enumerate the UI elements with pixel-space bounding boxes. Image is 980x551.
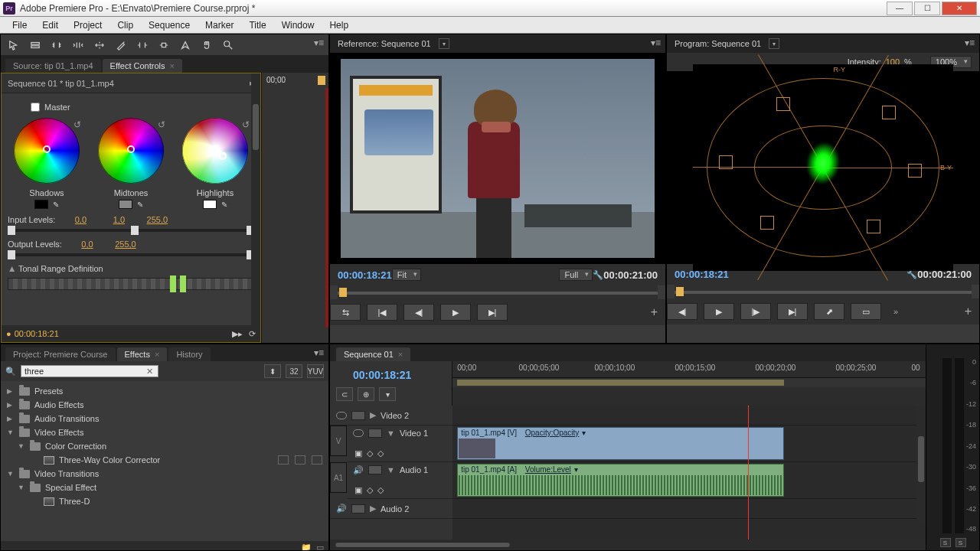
step-back-button[interactable]: ◀| [403, 304, 434, 321]
snap-button[interactable]: ⊂ [336, 387, 353, 401]
mute-icon[interactable]: 🔊 [353, 465, 364, 475]
shadows-eyedropper-icon[interactable]: ✎ [53, 201, 59, 209]
reference-dropdown-icon[interactable]: ▾ [439, 38, 449, 49]
master-checkbox[interactable] [31, 103, 40, 112]
work-area-bar[interactable] [452, 378, 926, 387]
zoom-tool-icon[interactable] [220, 37, 237, 54]
keyframe-nav-icon[interactable]: ◇ [377, 448, 384, 458]
toggle-track-output-icon[interactable] [353, 429, 364, 437]
input-level-white[interactable]: 255,0 [144, 215, 170, 224]
tree-video-transitions[interactable]: ▼Video Transitions [1, 467, 328, 481]
midtones-eyedropper-icon[interactable]: ✎ [137, 201, 143, 209]
menu-file[interactable]: File [5, 18, 34, 32]
highlights-reset-icon[interactable]: ↺ [242, 119, 250, 130]
tab-effects[interactable]: Effects× [117, 347, 168, 361]
menu-edit[interactable]: Edit [34, 18, 66, 32]
new-bin-icon[interactable]: 📁 [301, 543, 312, 551]
panel-menu-icon[interactable]: ▾≡ [314, 37, 324, 48]
reference-viewport[interactable] [330, 53, 665, 264]
input-level-black[interactable]: 0,0 [67, 215, 93, 224]
tab-sequence-01[interactable]: Sequence 01× [336, 347, 410, 361]
timeline-track-area[interactable]: tip 01_1.mp4 [V] Opacity:Opacity▾ tip 01… [452, 406, 926, 540]
tree-color-correction[interactable]: ▼Color Correction [1, 439, 328, 453]
highlights-wheel[interactable] [182, 118, 248, 184]
clear-search-icon[interactable]: ✕ [146, 367, 153, 377]
tab-close-icon[interactable]: × [398, 350, 403, 359]
go-to-in-button[interactable]: |◀ [367, 304, 397, 321]
shadows-wheel[interactable] [14, 118, 80, 184]
tab-close-icon[interactable]: × [170, 61, 175, 70]
shadows-swatch[interactable] [34, 200, 48, 209]
target-v[interactable]: V [330, 425, 347, 456]
32bit-button[interactable]: 32 [286, 364, 302, 378]
slide-tool-icon[interactable] [155, 37, 172, 54]
accelerated-fx-button[interactable]: ⬍ [264, 364, 281, 378]
clip-video1[interactable]: tip 01_1.mp4 [V] Opacity:Opacity▾ [457, 427, 783, 460]
midtones-swatch[interactable] [119, 200, 132, 209]
selection-tool-icon[interactable] [5, 37, 22, 54]
show-keyframes-icon[interactable]: ◇ [367, 485, 373, 495]
delete-icon[interactable]: ▭ [316, 543, 324, 551]
reference-timecode-left[interactable]: 00:00:18:21 [338, 269, 392, 281]
tree-video-effects[interactable]: ▼Video Effects [1, 425, 328, 439]
menu-title[interactable]: Title [241, 18, 273, 32]
tree-audio-effects[interactable]: ▶Audio Effects [1, 398, 328, 412]
clip-fx[interactable]: Opacity:Opacity [525, 429, 580, 437]
window-maximize-button[interactable]: ☐ [914, 2, 940, 15]
ec-play-icon[interactable]: ▶▸ [232, 329, 243, 339]
set-display-style-icon[interactable]: ▣ [354, 448, 362, 458]
highlights-swatch[interactable] [203, 200, 217, 209]
rolling-edit-tool-icon[interactable] [70, 37, 87, 54]
track-header-audio2[interactable]: 🔊 ▶ Audio 2 [330, 499, 452, 519]
clip-audio1[interactable]: tip 01_1.mp4 [A] Volume:Level▾ [457, 464, 783, 497]
play-button[interactable]: ▶ [440, 304, 471, 321]
tree-three-way-cc[interactable]: Three-Way Color Corrector [1, 453, 328, 467]
tab-close-icon[interactable]: × [155, 350, 159, 359]
toggle-sync-lock-icon[interactable] [351, 504, 365, 514]
tab-source[interactable]: Source: tip 01_1.mp4 [5, 59, 101, 73]
menu-project[interactable]: Project [66, 18, 109, 32]
ripple-edit-tool-icon[interactable] [48, 37, 65, 54]
gang-button[interactable]: ⇆ [330, 304, 361, 321]
slip-tool-icon[interactable] [134, 37, 151, 54]
panel-menu-icon[interactable]: ▾≡ [651, 37, 661, 48]
window-minimize-button[interactable]: — [887, 2, 913, 15]
hand-tool-icon[interactable] [198, 37, 215, 54]
add-button-icon[interactable]: + [965, 305, 972, 318]
output-level-black[interactable]: 0,0 [74, 240, 100, 249]
pen-tool-icon[interactable] [177, 37, 194, 54]
marker-button[interactable]: ▾ [379, 387, 396, 401]
menu-clip[interactable]: Clip [109, 18, 141, 32]
midtones-wheel[interactable] [98, 118, 164, 184]
tab-history[interactable]: History [168, 347, 210, 361]
track-header-audio1[interactable]: 🔊 ▼ Audio 1 ▣ ◇ ◇ [347, 462, 452, 499]
extract-button[interactable]: ▭ [851, 303, 881, 320]
menu-sequence[interactable]: Sequence [141, 18, 198, 32]
linked-selection-button[interactable]: ⊕ [358, 387, 374, 401]
ec-mini-playhead-icon[interactable] [318, 76, 325, 85]
play-button[interactable]: ▶ [704, 303, 734, 320]
solo-left-button[interactable]: S [940, 538, 951, 547]
tab-project[interactable]: Project: Premiere Course [5, 347, 116, 361]
target-a1[interactable]: A1 [330, 462, 347, 493]
tonal-twirl-icon[interactable]: ▶ [8, 266, 14, 272]
track-header-video2[interactable]: ▶ Video 2 [330, 406, 452, 425]
tonal-range-strip[interactable] [8, 278, 254, 290]
ec-loop-icon[interactable]: ⟳ [249, 329, 256, 339]
timeline-horizontal-scrollbar[interactable] [330, 540, 926, 550]
menu-help[interactable]: Help [322, 18, 356, 32]
output-level-white[interactable]: 255,0 [113, 240, 139, 249]
midtones-reset-icon[interactable]: ↺ [158, 119, 165, 130]
reference-full-dropdown[interactable]: Full [559, 269, 593, 281]
step-back-button[interactable]: ◀| [667, 303, 697, 320]
panel-menu-icon[interactable]: ▾≡ [314, 347, 324, 358]
go-to-out-button[interactable]: ▶| [477, 304, 508, 321]
output-levels-slider[interactable] [8, 253, 254, 256]
more-buttons-icon[interactable]: » [893, 307, 898, 316]
input-level-gamma[interactable]: 1,0 [106, 215, 132, 224]
menu-window[interactable]: Window [274, 18, 322, 32]
lift-button[interactable]: ⬈ [814, 303, 844, 320]
toggle-track-output-icon[interactable] [336, 412, 347, 419]
tree-audio-transitions[interactable]: ▶Audio Transitions [1, 412, 328, 425]
menu-marker[interactable]: Marker [198, 18, 241, 32]
